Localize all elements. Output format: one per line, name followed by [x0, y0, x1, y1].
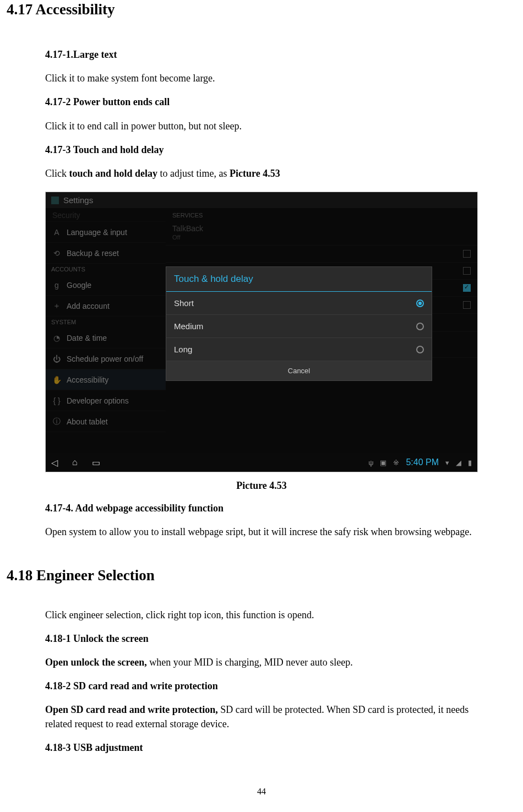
text-unlock-rest: when your MID is charging, MID never aut…: [147, 657, 353, 668]
checkbox-icon: [463, 284, 471, 292]
dialog-cancel-button[interactable]: Cancel: [166, 361, 432, 380]
sub-4172-text: Click it to end call in power button, bu…: [45, 119, 478, 133]
sidebar-item-language[interactable]: ALanguage & input: [46, 222, 166, 243]
section-heading-418: 4.18 Engineer Selection: [7, 566, 478, 585]
text-picture-ref: Picture 4.53: [230, 168, 280, 179]
keyboard-icon: A: [52, 228, 61, 237]
sidebar-item-label: Schedule power on/off: [67, 355, 143, 363]
radio-icon: [416, 299, 424, 307]
text-click: Click: [45, 168, 69, 179]
google-icon: g: [52, 281, 61, 290]
dialog-option-medium[interactable]: Medium: [166, 315, 432, 338]
figure-caption: Picture 4.53: [45, 480, 478, 492]
right-section-services: SERVICES: [166, 209, 477, 220]
wifi-icon: ▾: [445, 459, 449, 467]
touch-hold-delay-dialog: Touch & hold delay Short Medium Long Can…: [166, 266, 432, 381]
sidebar-item-label: Language & input: [67, 228, 127, 237]
settings-title: Settings: [63, 195, 93, 205]
text-touch-hold-delay: touch and hold delay: [69, 168, 158, 179]
app-icon: ▣: [380, 459, 386, 467]
braces-icon: { }: [52, 396, 61, 405]
sidebar-item-label: Google: [67, 281, 91, 290]
sub-4182-text: Open SD card read and write protection, …: [45, 703, 478, 731]
sub-4181-heading: 4.18-1 Unlock the screen: [45, 632, 478, 646]
screenshot-picture-4-53: Settings Security ALanguage & input ⟲Bac…: [45, 192, 478, 472]
sidebar-item-accessibility[interactable]: ✋Accessibility: [46, 369, 166, 390]
radio-icon: [416, 323, 424, 330]
bug-icon: ※: [393, 459, 399, 467]
recents-icon[interactable]: ▭: [92, 457, 100, 468]
radio-icon: [416, 346, 424, 353]
sidebar-item-label: Accessibility: [67, 375, 108, 384]
sidebar-item-label: Add account: [67, 302, 110, 310]
right-item-sublabel: Off: [172, 234, 203, 241]
dialog-option-short[interactable]: Short: [166, 292, 432, 315]
settings-icon: [51, 197, 59, 204]
sub-4174-heading: 4.17-4. Add webpage accessibility functi…: [45, 502, 478, 515]
hand-icon: ✋: [52, 375, 61, 384]
status-clock: 5:40 PM: [406, 457, 439, 467]
sidebar-item-label: Backup & reset: [67, 249, 119, 258]
right-item-label: TalkBack: [172, 224, 203, 233]
clock-icon: ◔: [52, 334, 61, 342]
418-intro-text: Click engineer selection, click right to…: [45, 608, 478, 622]
checkbox-icon: [463, 250, 471, 258]
sub-4181-text: Open unlock the screen, when your MID is…: [45, 656, 478, 669]
sub-4174-text: Open system to allow you to install webp…: [45, 525, 478, 539]
section-heading-417: 4.17 Accessibility: [7, 0, 478, 19]
sidebar-item-backup[interactable]: ⟲Backup & reset: [46, 243, 166, 264]
home-icon[interactable]: ⌂: [72, 457, 78, 468]
usb-icon: ψ: [368, 459, 373, 467]
refresh-icon: ⟲: [52, 249, 61, 258]
sidebar-item-label: About tablet: [67, 417, 108, 426]
sidebar-item-google[interactable]: gGoogle: [46, 275, 166, 296]
info-icon: ⓘ: [52, 417, 61, 427]
page-number: 44: [0, 787, 523, 797]
power-icon: ⏻: [52, 355, 61, 363]
dialog-option-label: Long: [174, 345, 192, 354]
sidebar-item-about[interactable]: ⓘAbout tablet: [46, 411, 166, 432]
sidebar-item-developer[interactable]: { }Developer options: [46, 390, 166, 411]
sub-4173-heading: 4.17-3 Touch and hold delay: [45, 143, 478, 157]
checkbox-icon: [463, 301, 471, 309]
sub-4171-text: Click it to make system font become larg…: [45, 72, 478, 85]
system-nav-bar: ◁ ⌂ ▭ ψ ▣ ※ 5:40 PM ▾ ◢ ▮: [46, 453, 477, 472]
right-item-talkback[interactable]: TalkBack Off: [166, 220, 477, 246]
settings-sidebar: Security ALanguage & input ⟲Backup & res…: [46, 209, 166, 454]
sidebar-section-accounts: ACCOUNTS: [46, 264, 166, 275]
text-open-sd: Open SD card read and write protection,: [45, 704, 218, 715]
sub-4183-heading: 4.18-3 USB adjustment: [45, 741, 478, 755]
sub-4182-heading: 4.18-2 SD card read and write protection: [45, 679, 478, 693]
sub-4173-text: Click touch and hold delay to adjust tim…: [45, 167, 478, 181]
sidebar-item-label: Security: [52, 211, 80, 220]
sub-4171-heading: 4.17-1.Large text: [45, 48, 478, 62]
dialog-option-long[interactable]: Long: [166, 338, 432, 361]
plus-icon: ＋: [52, 301, 61, 311]
sidebar-section-system: SYSTEM: [46, 317, 166, 328]
text-open-unlock: Open unlock the screen,: [45, 657, 147, 668]
dialog-option-label: Short: [174, 298, 194, 308]
sub-4172-heading: 4.17-2 Power button ends call: [45, 95, 478, 109]
sidebar-item-datetime[interactable]: ◔Date & time: [46, 328, 166, 348]
signal-icon: ◢: [456, 459, 461, 467]
right-item-checkbox-1[interactable]: [166, 246, 477, 263]
sidebar-item-security[interactable]: Security: [46, 209, 166, 222]
dialog-option-label: Medium: [174, 321, 203, 331]
sidebar-item-add-account[interactable]: ＋Add account: [46, 296, 166, 317]
checkbox-icon: [463, 267, 471, 275]
sidebar-item-label: Date & time: [67, 334, 107, 342]
dialog-title: Touch & hold delay: [166, 267, 432, 292]
sidebar-item-schedule[interactable]: ⏻Schedule power on/off: [46, 348, 166, 369]
sidebar-item-label: Developer options: [67, 396, 129, 405]
settings-header: Settings: [46, 192, 477, 209]
text-adjust: to adjust time, as: [157, 168, 230, 179]
battery-icon: ▮: [468, 459, 472, 467]
back-icon[interactable]: ◁: [51, 457, 58, 468]
